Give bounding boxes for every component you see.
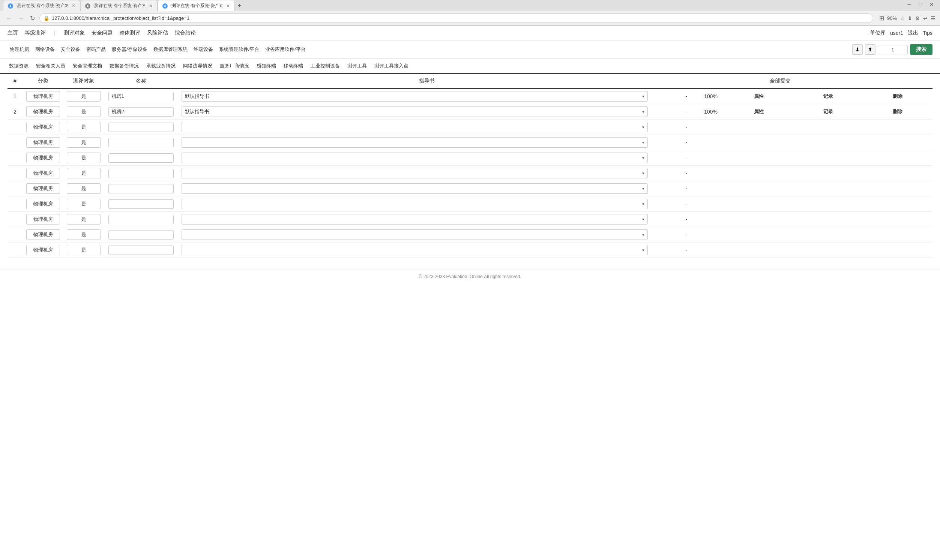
cell-record-action[interactable]: 记录 (793, 104, 863, 120)
nav-unit-library[interactable]: 单位库 (870, 29, 886, 36)
name-input[interactable] (108, 138, 174, 147)
subcat-service-vendor[interactable]: 服务厂商情况 (218, 62, 251, 70)
address-input-container[interactable]: 🔒 127.0.0.1:8000/hierarchical_protection… (39, 14, 873, 23)
browser-tab-3[interactable]: ● -测评在线-有个系统-资产对象 ✕ (157, 0, 235, 11)
name-input[interactable] (108, 184, 174, 194)
cell-name[interactable] (103, 88, 179, 104)
download-icon[interactable]: ⬇ (908, 15, 912, 22)
cat-network-devices[interactable]: 网络设备 (33, 45, 57, 54)
guide-select-empty[interactable]: ▾ (182, 245, 648, 255)
menu-icon[interactable]: ☰ (931, 15, 935, 22)
nav-overall-eval[interactable]: 整体测评 (119, 29, 140, 36)
cat-db-management[interactable]: 数据库管理系统 (151, 45, 190, 54)
guide-select-empty[interactable]: ▾ (182, 122, 648, 132)
attr-link[interactable]: 属性 (754, 93, 764, 99)
undo-icon[interactable]: ↩ (923, 15, 928, 22)
cell-guide[interactable]: ▾ (179, 181, 675, 196)
cat-security-devices[interactable]: 安全设备 (59, 45, 83, 54)
name-input[interactable] (108, 153, 174, 163)
name-input[interactable] (108, 107, 174, 117)
name-input[interactable] (108, 123, 174, 132)
cell-name[interactable] (103, 243, 179, 258)
name-input[interactable] (108, 230, 174, 240)
cell-guide[interactable]: ▾ (179, 196, 675, 212)
subcat-security-docs[interactable]: 安全管理文档 (71, 62, 103, 70)
cell-guide[interactable]: ▾ (179, 212, 675, 227)
cell-attr-action[interactable]: 属性 (724, 88, 793, 104)
tab-close-3[interactable]: ✕ (226, 3, 230, 9)
cell-record-action[interactable]: 记录 (793, 88, 863, 104)
nav-security-issues[interactable]: 安全问题 (91, 29, 112, 36)
nav-summary[interactable]: 综合结论 (175, 29, 196, 36)
name-input[interactable] (108, 215, 174, 224)
delete-link[interactable]: 删除 (893, 93, 903, 99)
attr-link[interactable]: 属性 (754, 109, 764, 114)
tab-close-2[interactable]: ✕ (149, 3, 153, 9)
name-input[interactable] (108, 199, 174, 209)
cell-delete-action[interactable]: 删除 (863, 104, 932, 120)
guide-select-empty[interactable]: ▾ (182, 152, 648, 163)
cat-terminal-devices[interactable]: 终端设备 (191, 45, 215, 54)
refresh-button[interactable]: ↻ (29, 14, 36, 23)
maximize-button[interactable]: □ (915, 0, 926, 9)
nav-logout[interactable]: 退出 (908, 29, 918, 36)
guide-select-empty[interactable]: ▾ (182, 183, 648, 194)
guide-select[interactable]: 默认指导书▾ (182, 91, 648, 102)
guide-select-empty[interactable]: ▾ (182, 229, 648, 240)
cell-guide[interactable]: ▾ (179, 227, 675, 243)
record-link[interactable]: 记录 (823, 109, 833, 114)
subcat-security-staff[interactable]: 安全相关人员 (34, 62, 67, 70)
nav-grade-eval[interactable]: 等级测评 (25, 29, 46, 36)
nav-tips[interactable]: Tips (923, 30, 932, 36)
guide-select-empty[interactable]: ▾ (182, 198, 648, 209)
cell-name[interactable] (103, 135, 179, 150)
cell-name[interactable] (103, 227, 179, 243)
extensions-icon[interactable]: ⊞ (879, 15, 884, 22)
cell-name[interactable] (103, 150, 179, 166)
import-button[interactable]: ⬆ (865, 44, 875, 55)
subcat-biz-load[interactable]: 承载业务情况 (145, 62, 177, 70)
name-input[interactable] (108, 246, 174, 255)
browser-tab-2[interactable]: ● -测评在线-有个系统-资产对象 ✕ (80, 0, 157, 11)
name-input[interactable] (108, 92, 174, 101)
cell-guide[interactable]: ▾ (179, 150, 675, 166)
cell-guide[interactable]: ▾ (179, 120, 675, 135)
subcat-eval-tool-entry[interactable]: 测评工具接入点 (373, 62, 410, 70)
cat-crypto-products[interactable]: 密码产品 (84, 45, 108, 54)
name-input[interactable] (108, 169, 174, 178)
cell-delete-action[interactable]: 删除 (863, 88, 932, 104)
guide-select-empty[interactable]: ▾ (182, 137, 648, 148)
subcat-sense-terminal[interactable]: 感知终端 (255, 62, 277, 70)
export-button[interactable]: ⬇ (852, 44, 863, 55)
cell-name[interactable] (103, 181, 179, 196)
minimize-button[interactable]: ─ (904, 0, 914, 9)
close-window-button[interactable]: ✕ (926, 0, 937, 9)
cell-attr-action[interactable]: 属性 (724, 104, 793, 120)
subcat-data-backup[interactable]: 数据备份情况 (108, 62, 140, 70)
record-link[interactable]: 记录 (823, 93, 833, 99)
cell-guide[interactable]: 默认指导书▾ (179, 104, 675, 120)
guide-select-empty[interactable]: ▾ (182, 214, 648, 225)
tab-close-1[interactable]: ✕ (72, 3, 76, 9)
cell-guide[interactable]: 默认指导书▾ (179, 88, 675, 104)
browser-tab-1[interactable]: ● -测评在线-有个系统-资产对象 ✕ (3, 0, 80, 11)
nav-home[interactable]: 主页 (8, 29, 18, 36)
forward-button[interactable]: → (17, 14, 26, 23)
cell-name[interactable] (103, 104, 179, 120)
subcat-data-resources[interactable]: 数据资源 (8, 62, 30, 70)
cat-sys-mgmt-software[interactable]: 系统管理软件/平台 (217, 45, 262, 54)
nav-eval-object[interactable]: 测评对象 (64, 29, 85, 36)
cell-guide[interactable]: ▾ (179, 243, 675, 258)
cat-biz-software[interactable]: 业务应用软件/平台 (263, 45, 308, 54)
subcat-industrial-control[interactable]: 工业控制设备 (309, 62, 341, 70)
guide-select-empty[interactable]: ▾ (182, 168, 648, 178)
cell-name[interactable] (103, 166, 179, 181)
settings-icon[interactable]: ⚙ (915, 15, 920, 22)
cat-physical-room[interactable]: 物理机房 (8, 45, 31, 54)
cell-guide[interactable]: ▾ (179, 166, 675, 181)
back-button[interactable]: ← (5, 14, 14, 23)
search-page-input[interactable] (878, 45, 908, 54)
delete-link[interactable]: 删除 (893, 109, 903, 114)
cell-name[interactable] (103, 212, 179, 227)
cat-servers[interactable]: 服务器/存储设备 (109, 45, 149, 54)
